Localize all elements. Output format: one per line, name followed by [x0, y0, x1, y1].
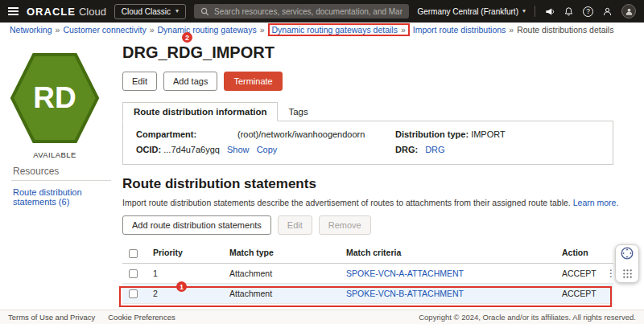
tab-tags[interactable]: Tags — [278, 103, 318, 121]
table-header-row: Priority Match type Match criteria Actio… — [122, 243, 613, 263]
global-search[interactable] — [194, 4, 409, 18]
row-checkbox[interactable] — [129, 289, 138, 298]
table-row: 1 Attachment SPOKE-VCN-A-ATTACHMENT ACCE… — [122, 263, 613, 283]
hamburger-menu-icon[interactable] — [8, 7, 19, 15]
main-content: DRG_RDG_IMPORT Edit Add tags Terminate R… — [122, 37, 613, 324]
ocid-value: ...7d4u7a6ygq — [163, 145, 220, 154]
statements-edit-button[interactable]: Edit — [278, 215, 312, 235]
annotation-badge-2: 2 — [182, 32, 192, 43]
resources-heading: Resources — [13, 166, 59, 177]
select-all-checkbox[interactable] — [129, 249, 138, 258]
breadcrumb-separator: » — [509, 25, 514, 35]
col-action: Action — [555, 243, 597, 263]
profile-avatar[interactable] — [621, 4, 636, 18]
annotation-badge-1: 1 — [176, 281, 187, 292]
breadcrumb-dynamic-routing-gateways[interactable]: Dynamic routing gateways — [158, 25, 257, 35]
notifications-bell-icon[interactable] — [564, 6, 574, 17]
resource-initials: RD — [10, 51, 100, 145]
compartment-value: (root)/network/iwanhoogendoorn — [237, 129, 365, 139]
topbar-right: Germany Central (Frankfurt) ▾ ? — [417, 4, 636, 18]
cloud-classic-label: Cloud Classic — [122, 7, 171, 16]
breadcrumb-current: Route distributions details — [517, 25, 613, 35]
distribution-type-value: IMPORT — [471, 129, 506, 139]
statements-actions: Add route distribution statements Edit R… — [122, 215, 613, 235]
search-input[interactable] — [214, 7, 402, 16]
copyright-text: Copyright © 2024, Oracle and/or its affi… — [419, 313, 636, 322]
breadcrumb-separator: » — [150, 25, 155, 35]
status-label: AVAILABLE — [0, 150, 109, 159]
footer: Terms of Use and Privacy Cookie Preferen… — [0, 310, 644, 324]
floating-annotation-tool[interactable] — [615, 244, 639, 283]
chevron-down-icon: ▾ — [175, 8, 179, 14]
topbar: ORACLECloud Cloud Classic ▾ Germany Cent… — [0, 0, 644, 23]
statements-remove-button[interactable]: Remove — [319, 215, 371, 235]
page-title: DRG_RDG_IMPORT — [122, 43, 613, 62]
oracle-cloud-logo[interactable]: ORACLECloud — [27, 6, 106, 18]
ocid-label: OCID: — [136, 145, 161, 154]
resources-divider — [11, 180, 111, 181]
statements-heading: Route distribution statements — [122, 176, 613, 192]
row-checkbox[interactable] — [129, 269, 138, 278]
drag-handle-dots-icon[interactable] — [622, 268, 633, 282]
breadcrumb-separator: » — [260, 25, 265, 35]
chevron-down-icon: ▾ — [522, 8, 526, 14]
route-distribution-information-panel: Compartment:(root)/network/iwanhoogendoo… — [122, 121, 613, 165]
ocid-show-link[interactable]: Show — [227, 145, 250, 154]
add-route-distribution-statements-button[interactable]: Add route distribution statements — [122, 215, 271, 235]
breadcrumb-customer-connectivity[interactable]: Customer connectivity — [63, 25, 146, 35]
search-icon — [200, 7, 209, 16]
table-row: 2 Attachment SPOKE-VCN-B-ATTACHMENT ACCE… — [122, 283, 613, 303]
col-match-type: Match type — [223, 243, 340, 263]
pan-move-icon[interactable] — [620, 246, 634, 264]
logo-oracle: ORACLE — [27, 6, 76, 18]
help-icon[interactable]: ? — [583, 6, 593, 17]
compartment-label: Compartment: — [136, 129, 237, 139]
breadcrumb-import-route-distributions[interactable]: Import route distributions — [413, 25, 506, 35]
terminate-button[interactable]: Terminate — [224, 72, 282, 91]
learn-more-link[interactable]: Learn more. — [573, 198, 619, 207]
annotation-box-breadcrumb: Dynamic routing gateways details » — [268, 23, 410, 36]
region-label: Germany Central (Frankfurt) — [417, 7, 518, 16]
breadcrumb-separator: » — [401, 25, 406, 35]
breadcrumb: Networking » Customer connectivity » Dyn… — [0, 23, 644, 37]
entity-actions: Edit Add tags Terminate — [122, 72, 613, 91]
ocid-copy-link[interactable]: Copy — [257, 145, 278, 154]
topbar-divider — [535, 6, 535, 17]
attachment-link[interactable]: SPOKE-VCN-A-ATTACHMENT — [346, 269, 464, 278]
col-match-criteria: Match criteria — [340, 243, 555, 263]
sidebar-item-route-distribution-statements[interactable]: Route distribution statements (6) — [13, 187, 121, 207]
sidebar: RD AVAILABLE Resources Route distributio… — [0, 37, 121, 310]
attachment-link[interactable]: SPOKE-VCN-B-ATTACHMENT — [346, 289, 464, 298]
cloud-classic-button[interactable]: Cloud Classic ▾ — [114, 4, 186, 19]
region-selector[interactable]: Germany Central (Frankfurt) ▾ — [417, 7, 526, 16]
logo-cloud: Cloud — [79, 6, 106, 18]
breadcrumb-networking[interactable]: Networking — [10, 25, 52, 35]
drg-link[interactable]: DRG — [425, 145, 444, 154]
detail-tabs: Route distribution information Tags — [122, 102, 613, 121]
col-priority: Priority — [147, 243, 223, 263]
breadcrumb-separator: » — [56, 25, 60, 35]
drg-label: DRG: — [395, 145, 418, 154]
resource-hexagon-icon: RD — [10, 51, 100, 145]
breadcrumb-drg-details[interactable]: Dynamic routing gateways details — [272, 25, 398, 35]
terms-link[interactable]: Terms of Use and Privacy — [8, 313, 95, 322]
statements-description: Import route distribution statements des… — [122, 198, 613, 207]
edit-button[interactable]: Edit — [122, 72, 157, 91]
cookie-preferences-link[interactable]: Cookie Preferences — [108, 313, 175, 322]
contacts-icon[interactable] — [602, 6, 613, 17]
row-kebab-menu-icon[interactable]: ⋮ — [604, 288, 618, 299]
distribution-type-label: Distribution type: — [395, 129, 469, 139]
question-glyph: ? — [586, 7, 590, 15]
announcements-icon[interactable] — [544, 6, 555, 17]
tab-route-distribution-information[interactable]: Route distribution information — [122, 102, 278, 121]
add-tags-button[interactable]: Add tags — [163, 72, 217, 91]
